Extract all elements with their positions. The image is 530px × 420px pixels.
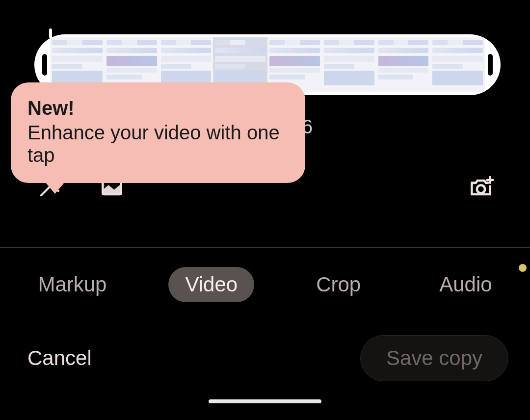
tooltip-body: Enhance your video with one tap <box>27 121 284 166</box>
editor-tabs: Markup Video Crop Audio <box>0 265 530 304</box>
tab-markup[interactable]: Markup <box>21 267 123 302</box>
trim-start-handle[interactable] <box>42 54 47 76</box>
tab-crop[interactable]: Crop <box>299 267 377 302</box>
playhead-indicator[interactable] <box>49 28 52 38</box>
cancel-label: Cancel <box>27 346 92 369</box>
camera-plus-icon <box>467 174 495 201</box>
tab-audio[interactable]: Audio <box>423 267 508 302</box>
bottom-actions: Cancel Save copy <box>0 334 530 383</box>
save-copy-button[interactable]: Save copy <box>360 335 508 381</box>
tab-label: Audio <box>439 273 492 296</box>
tooltip-title: New! <box>27 97 284 119</box>
gesture-bar[interactable] <box>209 399 321 403</box>
save-label: Save copy <box>386 346 482 369</box>
tab-label: Markup <box>38 273 106 296</box>
tooltip-tail <box>45 182 65 194</box>
tab-video[interactable]: Video <box>168 267 254 302</box>
filmstrip-frame <box>430 37 485 92</box>
enhance-tooltip: New! Enhance your video with one tap <box>11 82 305 183</box>
filmstrip-frame <box>376 37 431 92</box>
trim-end-handle[interactable] <box>488 54 493 76</box>
tab-label: Crop <box>316 273 361 296</box>
filmstrip-frame <box>322 37 376 92</box>
svg-point-5 <box>477 185 485 193</box>
cancel-button[interactable]: Cancel <box>27 346 92 370</box>
divider <box>0 247 530 248</box>
notification-dot-icon <box>519 264 527 272</box>
export-frame-button[interactable] <box>463 170 499 205</box>
tab-label: Video <box>185 273 238 296</box>
